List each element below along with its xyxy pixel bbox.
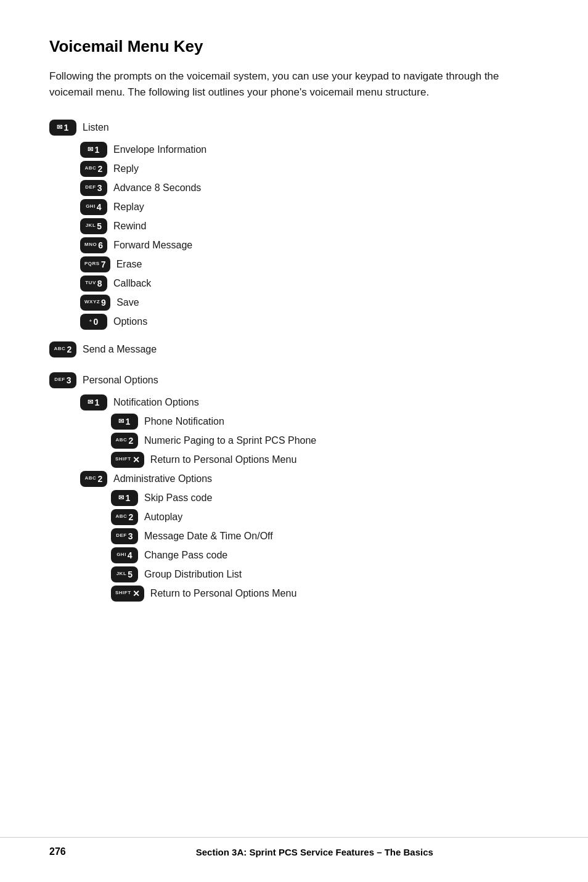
item-label: Change Pass code xyxy=(144,547,227,563)
item-label: Reply xyxy=(113,161,139,177)
key-badge-pqrs-7: PQRS7 xyxy=(80,256,110,272)
key-badge-tuv-8: TUV8 xyxy=(80,276,107,292)
item-label: Notification Options xyxy=(113,394,199,410)
spacer xyxy=(49,333,539,338)
item-label: Envelope Information xyxy=(113,142,206,158)
item-label: Erase xyxy=(116,256,142,272)
list-item: TUV8Callback xyxy=(80,276,539,292)
list-item: MNO6Forward Message xyxy=(80,237,539,253)
key-badge-abc-2: ABC2 xyxy=(80,161,107,177)
item-label: Personal Options xyxy=(83,372,158,388)
key-badge-jkl-5: JKL5 xyxy=(111,566,138,582)
item-label: Forward Message xyxy=(113,237,192,253)
key-badge-envelope-1: ✉1 xyxy=(80,394,107,410)
key-badge-envelope-1: ✉1 xyxy=(111,490,138,506)
item-label: Listen xyxy=(83,120,109,136)
item-label: Rewind xyxy=(113,218,146,234)
footer-page-number: 276 xyxy=(49,846,66,857)
key-badge-ghi-4: GHI4 xyxy=(111,547,138,563)
list-item: DEF3Message Date & Time On/Off xyxy=(111,528,539,544)
spacer xyxy=(49,364,539,369)
list-item: JKL5Group Distribution List xyxy=(111,566,539,582)
item-label: Message Date & Time On/Off xyxy=(144,528,273,544)
item-label: Group Distribution List xyxy=(144,566,242,582)
key-badge-def-3: DEF3 xyxy=(111,528,138,544)
item-label: Return to Personal Options Menu xyxy=(150,586,296,602)
item-label: Autoplay xyxy=(144,509,182,525)
list-item: ABC2Autoplay xyxy=(111,509,539,525)
key-badge-shift-x: Shift✕ xyxy=(111,452,144,468)
list-item: ✉1Skip Pass code xyxy=(111,490,539,506)
page-title: Voicemail Menu Key xyxy=(49,37,539,56)
item-label: Advance 8 Seconds xyxy=(113,180,201,196)
list-item: DEF3Advance 8 Seconds xyxy=(80,180,539,196)
item-label: Skip Pass code xyxy=(144,490,212,506)
list-item: ABC2Numeric Paging to a Sprint PCS Phone xyxy=(111,433,539,449)
list-item: ABC2Reply xyxy=(80,161,539,177)
list-item: Shift✕Return to Personal Options Menu xyxy=(111,452,539,468)
list-item: PQRS7Erase xyxy=(80,256,539,272)
key-badge-envelope-1: ✉1 xyxy=(111,414,138,430)
key-badge-ghi-4: GHI4 xyxy=(80,199,107,215)
list-item: Shift✕Return to Personal Options Menu xyxy=(111,586,539,602)
item-label: Return to Personal Options Menu xyxy=(150,452,296,468)
item-label: Send a Message xyxy=(83,341,157,357)
list-item: ABC2Administrative Options xyxy=(80,471,539,487)
list-item: DEF3Personal Options xyxy=(49,372,539,388)
item-label: Callback xyxy=(113,276,151,292)
menu-list: ✉1Listen✉1Envelope InformationABC2ReplyD… xyxy=(49,120,539,610)
key-badge-plus-0: +0 xyxy=(80,314,107,330)
intro-text: Following the prompts on the voicemail s… xyxy=(49,68,539,101)
key-badge-abc-2: ABC2 xyxy=(49,341,76,357)
key-badge-envelope-1: ✉1 xyxy=(80,142,107,158)
item-label: Options xyxy=(113,314,147,330)
item-label: Numeric Paging to a Sprint PCS Phone xyxy=(144,433,316,449)
item-label: Save xyxy=(116,295,139,311)
key-badge-shift-x: Shift✕ xyxy=(111,586,144,602)
list-item: ✉1Notification Options xyxy=(80,394,539,410)
key-badge-abc-2: ABC2 xyxy=(111,509,138,525)
list-item: ✉1Envelope Information xyxy=(80,142,539,158)
key-badge-envelope-1: ✉1 xyxy=(49,120,76,136)
footer: 276 Section 3A: Sprint PCS Service Featu… xyxy=(0,837,588,857)
footer-section-title: Section 3A: Sprint PCS Service Features … xyxy=(91,847,539,857)
key-badge-abc-2: ABC2 xyxy=(80,471,107,487)
list-item: WXYZ9Save xyxy=(80,295,539,311)
key-badge-jkl-5: JKL5 xyxy=(80,218,107,234)
list-item: ✉1Phone Notification xyxy=(111,414,539,430)
page: Voicemail Menu Key Following the prompts… xyxy=(0,0,588,663)
list-item: JKL5Rewind xyxy=(80,218,539,234)
spacer xyxy=(49,605,539,610)
item-label: Administrative Options xyxy=(113,471,212,487)
key-badge-wxyz-9: WXYZ9 xyxy=(80,295,110,311)
list-item: +0Options xyxy=(80,314,539,330)
key-badge-def-3: DEF3 xyxy=(80,180,107,196)
list-item: ✉1Listen xyxy=(49,120,539,136)
key-badge-mno-6: MNO6 xyxy=(80,237,107,253)
key-badge-def-3: DEF3 xyxy=(49,372,76,388)
list-item: ABC2Send a Message xyxy=(49,341,539,357)
list-item: GHI4Change Pass code xyxy=(111,547,539,563)
item-label: Phone Notification xyxy=(144,414,224,430)
item-label: Replay xyxy=(113,199,144,215)
list-item: GHI4Replay xyxy=(80,199,539,215)
key-badge-abc-2: ABC2 xyxy=(111,433,138,449)
